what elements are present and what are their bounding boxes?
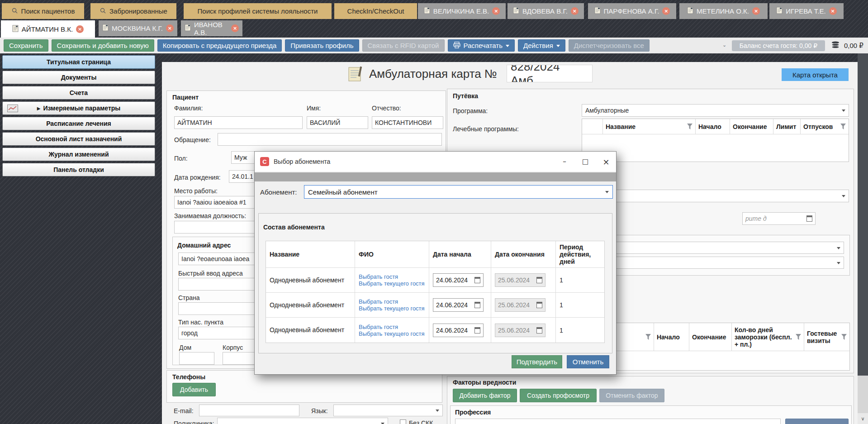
cancel-button[interactable]: Отменить (567, 355, 609, 368)
confirm-button[interactable]: Подтвердить (512, 355, 562, 368)
date-hint-input[interactable]: рите д (742, 212, 816, 225)
tab-patient-search[interactable]: Поиск пациентов (2, 3, 84, 19)
document-icon (776, 7, 783, 15)
program-select[interactable]: Амбулаторные (582, 104, 849, 117)
polyclinic-select[interactable] (217, 418, 388, 424)
tab-patient-vdoveva[interactable]: ВДОВЕВА В.Г. × (508, 3, 584, 19)
row-name: Однодневный абонемент (266, 318, 355, 343)
phones-heading: Телефоны (172, 373, 205, 381)
sidebar-item-measured-params[interactable]: ▶ Измеряемые параметры (2, 101, 155, 115)
tab-patient-parfenova[interactable]: ПАРФЕНОВА А.Г. × (588, 3, 676, 19)
treatment-col-end[interactable]: Окончание (730, 119, 773, 134)
tab-booked[interactable]: Забронированные (90, 3, 176, 19)
salutation-input[interactable] (218, 133, 442, 146)
start-date-input[interactable]: 24.06.2024 (433, 324, 484, 337)
sidebar-item-debug-panel[interactable]: Панель отладки (2, 163, 155, 176)
firstname-input[interactable]: ВАСИЛИЙ (307, 116, 368, 129)
expand-arrow-icon[interactable]: ▶ (37, 106, 41, 111)
toolbar-overflow-chevron-icon[interactable]: ⌄ (722, 42, 726, 48)
sidebar-item-invoices[interactable]: Счета (2, 86, 155, 100)
end-date-input: 25.06.2024 (495, 298, 545, 312)
select-current-guest-link[interactable]: Выбрать текущего гостя (359, 305, 425, 312)
calendar-icon (536, 302, 542, 308)
language-select[interactable] (333, 405, 443, 416)
tab-patient-metelina[interactable]: МЕТЕЛИНА О.К. × (679, 3, 768, 19)
tab-patient-igreva[interactable]: ИГРЕВА Т.Е. × (769, 3, 844, 19)
profession-action-button[interactable] (785, 419, 849, 424)
create-medcheck-button[interactable]: Создать профосмотр (520, 389, 597, 402)
close-icon[interactable]: × (76, 25, 84, 33)
filter-icon[interactable] (687, 124, 693, 129)
card-number-field[interactable]: 828/2024 Амб. (507, 65, 593, 82)
tab-loyalty-search[interactable]: Поиск профилей системы лояльности (184, 3, 332, 19)
sidebar-item-title-page[interactable]: Титульная страница (2, 55, 155, 69)
filter-icon[interactable] (840, 124, 846, 129)
calendar-icon[interactable] (474, 277, 480, 283)
select-guest-link[interactable]: Выбрать гостя (359, 324, 425, 330)
building-input[interactable] (223, 352, 258, 365)
minimize-icon[interactable]: – (555, 152, 574, 172)
sidebar-item-treatment-schedule[interactable]: Расписание лечения (2, 117, 155, 130)
scrollbar-thumb[interactable] (858, 53, 868, 376)
freeze-col-days[interactable]: Кол-во дней заморозки (беспл. + пл.) (732, 323, 804, 351)
filter-icon[interactable] (796, 334, 801, 340)
close-icon[interactable]: × (662, 7, 670, 15)
add-factor-button[interactable]: Добавить фактор (453, 389, 517, 402)
scrollbar-down-arrow[interactable]: ∨ (858, 413, 868, 424)
email-input[interactable] (199, 405, 299, 416)
lastname-input[interactable]: АЙТМАТИН (174, 116, 303, 129)
start-date-input[interactable]: 24.06.2024 (433, 273, 484, 287)
treatment-col-vacations[interactable]: Отпусков (801, 119, 849, 134)
tab-checkin-checkout[interactable]: CheckIn/CheckOut (334, 3, 417, 19)
document-icon (687, 7, 693, 15)
close-icon[interactable]: × (166, 24, 174, 32)
filter-icon[interactable] (645, 334, 651, 340)
no-skk-checkbox[interactable] (400, 419, 406, 424)
abonement-select[interactable]: Семейный абонемент (304, 185, 613, 199)
calendar-icon[interactable] (806, 215, 812, 222)
close-icon[interactable]: × (829, 7, 837, 15)
treatment-col-start[interactable]: Начало (696, 119, 730, 134)
print-button[interactable]: Распечатать (448, 39, 515, 52)
actions-button[interactable]: Действия (518, 39, 565, 52)
tab-patient-ivanov[interactable]: ИВАНОВ А.В. × (181, 20, 242, 36)
save-and-add-button[interactable]: Сохранить и добавить новую (52, 39, 154, 52)
close-icon[interactable]: × (596, 152, 616, 172)
profession-input[interactable] (455, 419, 781, 424)
filter-icon[interactable] (841, 334, 847, 340)
freeze-col-guest-visits[interactable]: Гостевые визиты (804, 323, 849, 351)
treatment-col-limit[interactable]: Лимит (773, 119, 801, 134)
calendar-icon[interactable] (474, 302, 480, 308)
sidebar-item-documents[interactable]: Документы (2, 71, 155, 84)
select-current-guest-link[interactable]: Выбрать текущего гостя (359, 330, 425, 337)
chevron-down-icon (436, 410, 439, 414)
chart-icon (7, 105, 18, 114)
tab-label: ВДОВЕВА В.Г. (522, 7, 568, 15)
tab-patient-velichkina[interactable]: ВЕЛИЧКИНА Е.В. × (418, 3, 506, 19)
close-icon[interactable]: × (752, 7, 760, 15)
copy-previous-visit-button[interactable]: Копировать с предыдущего приезда (157, 39, 282, 52)
close-icon[interactable]: × (231, 24, 239, 32)
save-button[interactable]: Сохранить (4, 39, 48, 52)
start-date-input[interactable]: 24.06.2024 (433, 298, 484, 312)
house-input[interactable] (179, 352, 214, 365)
maximize-icon[interactable]: □ (575, 152, 595, 172)
vertical-scrollbar[interactable]: ∨ (858, 53, 868, 424)
bind-profile-button[interactable]: Привязать профиль (285, 39, 359, 52)
col-start-date: Дата начала (429, 241, 491, 268)
close-icon[interactable]: × (492, 7, 500, 15)
select-guest-link[interactable]: Выбрать гостя (359, 298, 425, 305)
tab-patient-aitmatin-active[interactable]: АЙТМАТИН В.К. × (1, 20, 95, 38)
freeze-col-end[interactable]: Окончание (689, 323, 732, 351)
tab-patient-moskvina[interactable]: МОСКВИНА К.Г. × (99, 20, 177, 36)
treatment-col-name[interactable]: Название (603, 119, 696, 134)
sidebar-item-main-prescription-sheet[interactable]: Основной лист назначений (2, 132, 155, 146)
sidebar-item-change-log[interactable]: Журнал изменений (2, 148, 155, 161)
select-current-guest-link[interactable]: Выбрать текущего гостя (359, 280, 425, 287)
add-phone-button[interactable]: Добавить (172, 383, 216, 396)
calendar-icon[interactable] (474, 327, 480, 333)
middlename-input[interactable]: КОНСТАНТИНОВИ (372, 116, 443, 129)
select-guest-link[interactable]: Выбрать гостя (359, 273, 425, 280)
freeze-col-start[interactable]: Начало (654, 323, 689, 351)
close-icon[interactable]: × (571, 7, 579, 15)
